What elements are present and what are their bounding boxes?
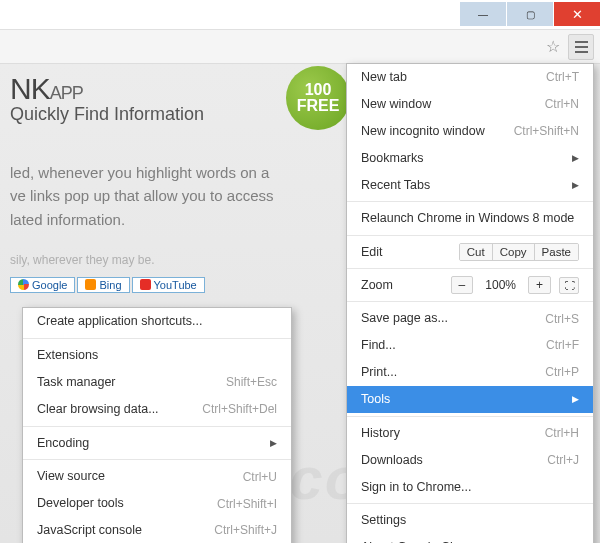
hero-description: led, whenever you highlight words on a v… [10, 161, 320, 231]
menu-separator [347, 503, 593, 504]
chrome-main-menu: New tabCtrl+T New windowCtrl+N New incog… [346, 63, 594, 543]
menu-print[interactable]: Print...Ctrl+P [347, 359, 593, 386]
edit-paste-button[interactable]: Paste [534, 244, 578, 260]
menu-separator [347, 235, 593, 236]
submenu-encoding[interactable]: Encoding▶ [23, 430, 291, 457]
menu-tools[interactable]: Tools▶ [347, 386, 593, 413]
window-titlebar: — ▢ ✕ [0, 0, 600, 30]
menu-recent-tabs[interactable]: Recent Tabs▶ [347, 172, 593, 199]
menu-separator [347, 301, 593, 302]
search-youtube-button[interactable]: YouTube [132, 277, 205, 293]
window-minimize-button[interactable]: — [460, 2, 506, 26]
fullscreen-button[interactable]: ⛶ [559, 277, 579, 294]
menu-history[interactable]: HistoryCtrl+H [347, 420, 593, 447]
menu-separator [347, 268, 593, 269]
menu-find[interactable]: Find...Ctrl+F [347, 332, 593, 359]
zoom-in-button[interactable]: + [528, 276, 551, 294]
submenu-extensions[interactable]: Extensions [23, 342, 291, 369]
submenu-clear-data[interactable]: Clear browsing data...Ctrl+Shift+Del [23, 396, 291, 423]
edit-copy-button[interactable]: Copy [492, 244, 534, 260]
submenu-view-source[interactable]: View sourceCtrl+U [23, 463, 291, 490]
menu-edit-label: Edit [361, 245, 451, 259]
menu-new-tab[interactable]: New tabCtrl+T [347, 64, 593, 91]
submenu-create-shortcuts[interactable]: Create application shortcuts... [23, 308, 291, 335]
free-badge: 100 FREE [286, 66, 350, 130]
menu-signin[interactable]: Sign in to Chrome... [347, 474, 593, 501]
search-bing-button[interactable]: Bing [77, 277, 129, 293]
chevron-right-icon: ▶ [270, 437, 277, 449]
menu-separator [23, 338, 291, 339]
menu-separator [23, 426, 291, 427]
menu-downloads[interactable]: DownloadsCtrl+J [347, 447, 593, 474]
zoom-value: 100% [481, 278, 520, 292]
google-icon [18, 279, 29, 290]
submenu-developer-tools[interactable]: Developer toolsCtrl+Shift+I [23, 490, 291, 517]
window-maximize-button[interactable]: ▢ [507, 2, 553, 26]
zoom-out-button[interactable]: – [451, 276, 474, 294]
edit-cut-button[interactable]: Cut [460, 244, 492, 260]
menu-separator [347, 201, 593, 202]
menu-new-window[interactable]: New windowCtrl+N [347, 91, 593, 118]
menu-save-page[interactable]: Save page as...Ctrl+S [347, 305, 593, 332]
menu-new-incognito[interactable]: New incognito windowCtrl+Shift+N [347, 118, 593, 145]
menu-edit-row: Edit Cut Copy Paste [347, 239, 593, 265]
menu-zoom-row: Zoom – 100% + ⛶ [347, 272, 593, 298]
menu-zoom-label: Zoom [361, 278, 443, 292]
menu-bookmarks[interactable]: Bookmarks▶ [347, 145, 593, 172]
bookmark-star-icon[interactable]: ☆ [546, 37, 560, 56]
window-close-button[interactable]: ✕ [554, 2, 600, 26]
chevron-right-icon: ▶ [572, 393, 579, 405]
tools-submenu: Create application shortcuts... Extensio… [22, 307, 292, 543]
search-google-button[interactable]: Google [10, 277, 75, 293]
menu-relaunch-win8[interactable]: Relaunch Chrome in Windows 8 mode [347, 205, 593, 232]
chevron-right-icon: ▶ [572, 179, 579, 191]
browser-toolbar: ☆ [0, 30, 600, 64]
youtube-icon [140, 279, 151, 290]
menu-settings[interactable]: Settings [347, 507, 593, 534]
submenu-js-console[interactable]: JavaScript consoleCtrl+Shift+J [23, 517, 291, 543]
menu-about[interactable]: About Google Chrome [347, 534, 593, 543]
submenu-task-manager[interactable]: Task managerShift+Esc [23, 369, 291, 396]
menu-separator [347, 416, 593, 417]
chrome-menu-button[interactable] [568, 34, 594, 60]
menu-separator [23, 459, 291, 460]
chevron-right-icon: ▶ [572, 152, 579, 164]
bing-icon [85, 279, 96, 290]
